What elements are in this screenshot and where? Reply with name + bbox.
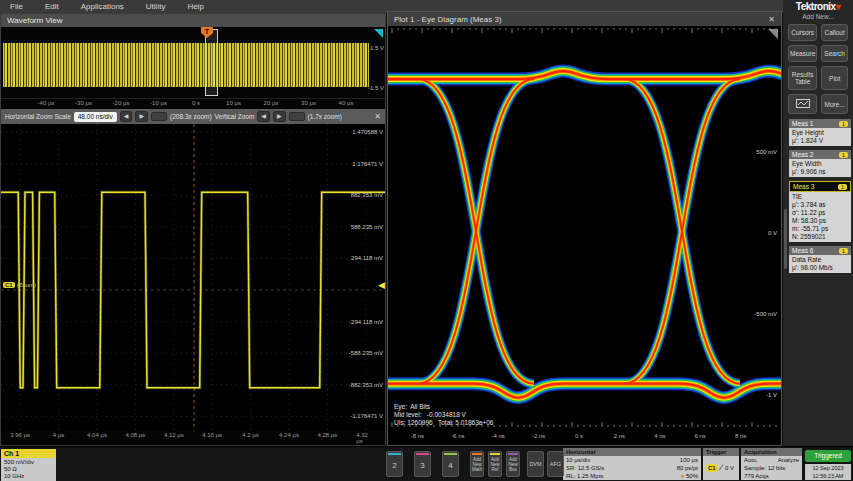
measurement-header[interactable]: Meas 61 — [789, 246, 851, 255]
close-icon[interactable]: ✕ — [768, 15, 775, 24]
overview-time-label: 20 µs — [264, 100, 279, 106]
measurement-card-meas-2[interactable]: Meas 21Eye Widthµ': 9.906 ns — [789, 150, 851, 177]
overview-time-label: -20 µs — [113, 100, 130, 106]
svg-text:0 V: 0 V — [768, 230, 777, 236]
trigger-level-arrow[interactable]: ◀ — [378, 280, 385, 290]
zoom-time-label: 4.04 µs — [87, 432, 107, 438]
svg-text:-1 V: -1 V — [766, 392, 777, 398]
menu-item-file[interactable]: File — [10, 2, 23, 11]
source-badge: 1 — [839, 152, 848, 158]
svg-text:294.118 mV: 294.118 mV — [351, 255, 383, 261]
channel-2-button[interactable]: 2 — [386, 451, 403, 477]
horizontal-panel[interactable]: Horizontal 10 µs/div 100 µs SR: 12.5 GS/… — [563, 448, 701, 480]
menu-item-applications[interactable]: Applications — [81, 2, 124, 11]
channel-1-name[interactable]: Ch 1 — [1, 449, 56, 458]
overview-time-label: 30 µs — [301, 100, 316, 106]
channel-1-settings: 500 mV/div 50 Ω 10 GHz — [1, 458, 56, 481]
more-button[interactable]: More... — [821, 94, 848, 114]
zoom-waveform-plot[interactable]: 1.470588 V1.176471 V882.353 mV588.235 mV… — [1, 124, 385, 431]
results-table-button[interactable]: Results Table — [788, 66, 817, 90]
callout-button[interactable]: Callout — [821, 24, 848, 41]
zoom-time-label: 4.12 µs — [164, 432, 184, 438]
zoom-time-label: 4.08 µs — [125, 432, 145, 438]
measurement-name: Meas 2 — [792, 151, 813, 158]
measure-button[interactable]: Measure — [788, 45, 817, 62]
svg-text:0 s: 0 s — [575, 433, 583, 439]
measurement-header[interactable]: Meas 11 — [789, 119, 851, 128]
zoom-window-box[interactable] — [205, 29, 218, 96]
channel-tag[interactable]: C1 — [3, 282, 15, 288]
scrollbar-handle[interactable] — [784, 209, 787, 269]
svg-text:6 ns: 6 ns — [695, 433, 706, 439]
eye-diagram-window: Plot 1 - Eye Diagram (Meas 3) ✕ 500 mV0 … — [387, 11, 782, 446]
sidebar-button-grid: CursorsCalloutMeasureSearchResults Table… — [783, 22, 853, 116]
channel-1-badge[interactable]: Ch 1 500 mV/div 50 Ω 10 GHz — [1, 449, 56, 481]
eye-plot-area[interactable]: 500 mV0 V-500 mV-1 V-8 ns-6 ns-4 ns-2 ns… — [388, 26, 781, 445]
trigger-panel-title: Trigger — [703, 448, 739, 456]
svg-text:-2 ns: -2 ns — [532, 433, 545, 439]
trigger-panel[interactable]: Trigger C1 ∕ 0 V — [703, 448, 739, 480]
zoom-time-label: 3.96 µs — [10, 432, 30, 438]
channel-color-stripe — [444, 453, 457, 455]
measurement-card-meas-6[interactable]: Meas 61Data Rateµ': 98.00 Mb/s — [789, 246, 851, 273]
datetime-display: 12 Sep 2023 12:56:23 AM — [805, 464, 851, 480]
v-zoom-increase-button[interactable]: ▶ — [273, 111, 286, 122]
menu-item-edit[interactable]: Edit — [45, 2, 59, 11]
source-badge: 1 — [838, 184, 847, 190]
add-color-stripe — [472, 453, 482, 455]
display-tool-button[interactable] — [788, 94, 817, 114]
zoom-waveform-svg: 1.470588 V1.176471 V882.353 mV588.235 mV… — [1, 124, 385, 431]
tektronix-logo: Tektronix▾ — [783, 0, 853, 12]
afg-button[interactable]: AFG — [547, 451, 564, 477]
overview-v-label: 1.5 V — [370, 45, 384, 51]
zoom-time-label: 4.2 µs — [242, 432, 258, 438]
overview-v-label: -1.5 V — [368, 85, 384, 91]
record-length: RL: 1.25 Mpts — [566, 472, 603, 480]
measurement-header[interactable]: Meas 21 — [789, 150, 851, 159]
measurement-body: Eye Widthµ': 9.906 ns — [789, 159, 851, 177]
horizontal-zoom-value[interactable]: 48.00 ns/div — [74, 112, 117, 122]
v-zoom-toggle[interactable] — [289, 112, 305, 121]
acquisition-sample: Sample: 12 bits — [744, 464, 785, 472]
time: 12:56:23 AM — [805, 472, 851, 480]
horizontal-window: 100 µs — [680, 456, 698, 464]
measurement-body: Eye Heightµ': 1.824 V — [789, 128, 851, 146]
waveform-overview[interactable]: T 1.5 V-1.5 V — [1, 27, 385, 99]
measurement-value: Data Rate — [792, 256, 848, 264]
measurement-card-meas-3[interactable]: Meas 31TIEµ': 3.784 asσ': 11.22 psM: 58.… — [789, 181, 851, 242]
measurement-card-meas-1[interactable]: Meas 11Eye Heightµ': 1.824 V — [789, 119, 851, 146]
trigger-level: 0 V — [725, 464, 734, 472]
eye-plot-title: Plot 1 - Eye Diagram (Meas 3) — [394, 15, 502, 24]
menu-item-utility[interactable]: Utility — [146, 2, 166, 11]
h-zoom-decrease-button[interactable]: ◀ — [120, 111, 133, 122]
zoom-note: (Zoom) — [17, 282, 36, 288]
dvm-button[interactable]: DVM — [527, 451, 544, 477]
add-new-bus-button[interactable]: AddNewBus — [506, 451, 520, 477]
position-dot-icon: ● — [681, 473, 685, 479]
channel-color-stripe — [416, 453, 429, 455]
cursors-button[interactable]: Cursors — [788, 24, 817, 41]
h-zoom-increase-button[interactable]: ▶ — [135, 111, 148, 122]
zoom-close-icon[interactable]: ✕ — [374, 112, 381, 121]
add-new-math-button[interactable]: AddNewMath — [470, 451, 484, 477]
measurement-header[interactable]: Meas 31 — [789, 181, 851, 192]
svg-text:-588.235 mV: -588.235 mV — [349, 350, 383, 356]
triggered-status-button[interactable]: Triggered — [805, 450, 851, 462]
svg-text:1.470588 V: 1.470588 V — [352, 129, 383, 135]
horizontal-position: ● 50% — [681, 472, 698, 480]
date: 12 Sep 2023 — [805, 464, 851, 472]
menu-item-help[interactable]: Help — [187, 2, 203, 11]
acquisition-count: 779 Acqs — [744, 472, 769, 480]
acquisition-panel[interactable]: Acquisition Auto, Analyze Sample: 12 bit… — [741, 448, 802, 480]
trigger-source-badge: C1 — [706, 464, 718, 472]
v-zoom-decrease-button[interactable]: ◀ — [257, 111, 270, 122]
channel-4-button[interactable]: 4 — [442, 451, 459, 477]
measurement-value: Eye Height — [792, 129, 848, 137]
search-button[interactable]: Search — [821, 45, 848, 62]
plot-button[interactable]: Plot — [821, 66, 848, 90]
add-new-ref-button[interactable]: AddNewRef — [488, 451, 502, 477]
h-zoom-toggle[interactable] — [151, 112, 167, 121]
channel-zoom-badge[interactable]: C1 (Zoom) — [3, 282, 36, 288]
channel-3-button[interactable]: 3 — [414, 451, 431, 477]
eye-plot-titlebar[interactable]: Plot 1 - Eye Diagram (Meas 3) ✕ — [388, 12, 781, 26]
